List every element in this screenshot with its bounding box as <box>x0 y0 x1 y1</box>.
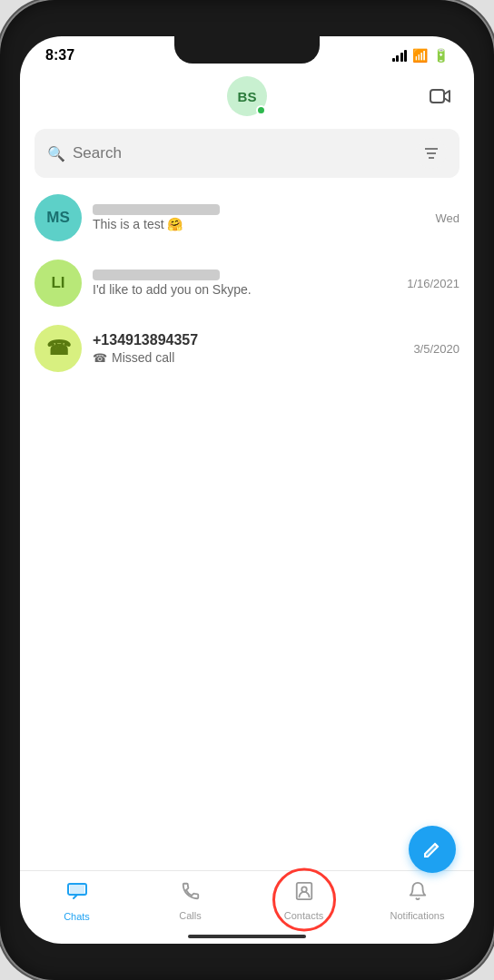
compose-button[interactable] <box>409 826 456 873</box>
chat-preview-li: I'd like to add you on Skype. <box>93 282 396 297</box>
phone-frame: 8:37 📶 🔋 BS <box>0 0 494 980</box>
missed-call-icon: ☎ <box>93 351 107 365</box>
chat-name-li <box>93 270 396 280</box>
online-indicator <box>256 105 266 115</box>
chat-date-phone: 3/5/2020 <box>413 342 459 356</box>
avatar-ms: MS <box>35 194 82 241</box>
status-time: 8:37 <box>45 47 74 64</box>
contacts-nav-label: Contacts <box>284 910 323 921</box>
avatar-li: LI <box>35 260 82 307</box>
search-icon: 🔍 <box>47 145 65 162</box>
search-input[interactable] <box>73 144 405 162</box>
missed-call-row: ☎ Missed call <box>93 350 402 365</box>
avatar-phone: ☎ <box>35 325 82 372</box>
bottom-nav: Chats Calls <box>20 870 474 944</box>
chat-meta-li: 1/16/2021 <box>407 277 459 290</box>
compose-icon <box>422 839 442 859</box>
calls-nav-icon <box>181 881 201 906</box>
chat-content-ms: This is a test 🤗 <box>93 204 425 231</box>
nav-item-contacts[interactable]: Contacts <box>247 881 361 921</box>
nav-item-notifications[interactable]: Notifications <box>361 881 474 921</box>
video-call-button[interactable] <box>425 81 456 112</box>
notch <box>174 36 320 64</box>
chat-name-phone: +134913894357 <box>93 332 402 348</box>
calls-nav-label: Calls <box>179 910 201 921</box>
signal-icon <box>392 50 408 62</box>
notifications-nav-label: Notifications <box>390 910 445 921</box>
chat-date-ms: Wed <box>436 211 460 225</box>
chat-date-li: 1/16/2021 <box>407 277 459 290</box>
notifications-nav-icon <box>408 881 428 906</box>
nav-item-chats[interactable]: Chats <box>20 880 133 922</box>
filter-button[interactable] <box>416 138 447 169</box>
header: BS <box>20 69 474 120</box>
chat-content-phone: +134913894357 ☎ Missed call <box>93 332 402 365</box>
chat-item-phone[interactable]: ☎ +134913894357 ☎ Missed call 3/5/2020 <box>20 316 474 381</box>
wifi-icon: 📶 <box>412 48 428 63</box>
status-icons: 📶 🔋 <box>392 48 450 63</box>
chat-list: MS This is a test 🤗 Wed LI <box>20 185 474 870</box>
search-bar[interactable]: 🔍 <box>35 129 459 178</box>
video-camera-icon <box>430 88 451 104</box>
chat-meta-ms: Wed <box>436 211 460 225</box>
chats-nav-label: Chats <box>64 911 90 922</box>
chat-content-li: I'd like to add you on Skype. <box>93 270 396 297</box>
avatar-initials: BS <box>238 89 257 104</box>
nav-item-calls[interactable]: Calls <box>133 881 247 921</box>
redacted-name <box>93 270 220 280</box>
user-avatar[interactable]: BS <box>227 76 267 116</box>
svg-rect-0 <box>430 90 444 103</box>
redacted-name <box>93 204 220 215</box>
chat-item-li[interactable]: LI I'd like to add you on Skype. 1/16/20… <box>20 250 474 316</box>
chat-meta-phone: 3/5/2020 <box>413 342 459 356</box>
chat-item-ms[interactable]: MS This is a test 🤗 Wed <box>20 185 474 250</box>
missed-call-text: Missed call <box>112 350 174 365</box>
battery-icon: 🔋 <box>433 48 449 63</box>
filter-icon <box>424 147 439 160</box>
phone-screen: 8:37 📶 🔋 BS <box>20 36 474 944</box>
contacts-nav-icon <box>294 881 314 906</box>
chat-preview-ms: This is a test 🤗 <box>93 217 425 231</box>
chats-nav-icon <box>66 880 88 907</box>
chat-name-ms <box>93 204 425 215</box>
home-indicator <box>188 935 306 938</box>
